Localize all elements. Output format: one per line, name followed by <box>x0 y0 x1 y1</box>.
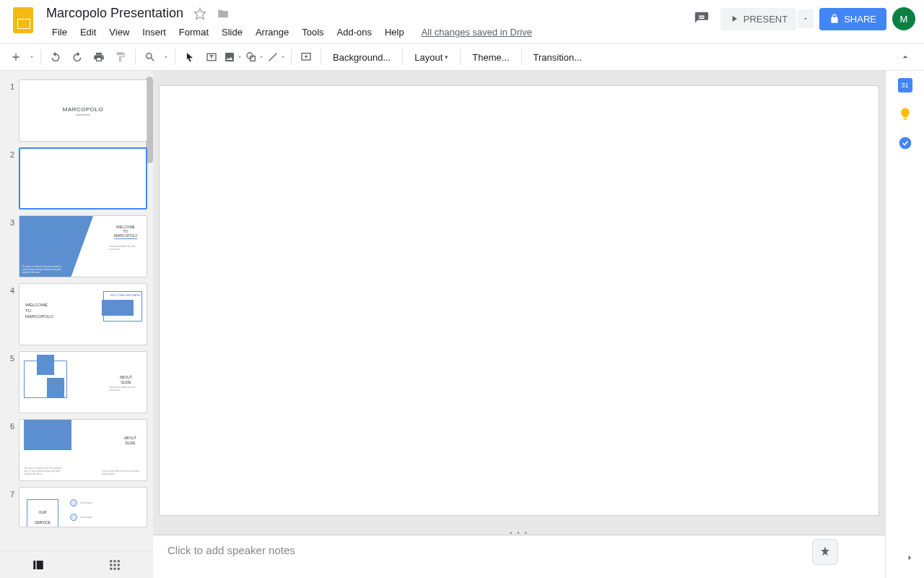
menu-addons[interactable]: Add-ons <box>331 24 378 40</box>
slide-number: 5 <box>3 351 19 413</box>
print-button[interactable] <box>89 47 109 67</box>
menu-tools[interactable]: Tools <box>296 24 329 40</box>
slide-thumb-5[interactable]: ABOUTSLIDE Lorem ipsum dolor sit amet co… <box>19 351 147 413</box>
menu-insert[interactable]: Insert <box>136 24 172 40</box>
redo-button[interactable] <box>67 47 87 67</box>
thumb-title: MARCOPOLO <box>63 106 104 116</box>
slide-number: 2 <box>3 147 19 210</box>
filmstrip: 1 MARCOPOLO 2 3 WELCOMETOMARCOPOLO Lorem… <box>0 71 153 578</box>
tasks-icon[interactable] <box>898 136 912 150</box>
slide-number: 3 <box>3 215 19 277</box>
theme-button[interactable]: Theme... <box>465 47 516 67</box>
paint-format-button[interactable] <box>110 47 131 67</box>
star-icon[interactable] <box>193 7 206 20</box>
share-label: SHARE <box>844 14 876 25</box>
svg-rect-8 <box>110 560 112 562</box>
slide-thumb-2[interactable] <box>19 147 147 210</box>
comments-button[interactable] <box>689 6 715 32</box>
svg-rect-12 <box>114 564 116 566</box>
slide-thumb-3[interactable]: WELCOMETOMARCOPOLO Lorem ipsum dolor sit… <box>19 215 147 277</box>
svg-rect-9 <box>114 560 116 562</box>
slide-thumb-1[interactable]: MARCOPOLO <box>19 79 147 142</box>
menu-arrange[interactable]: Arrange <box>250 24 295 40</box>
side-panel: 31 <box>885 71 924 578</box>
document-title[interactable]: Marcopolo Presentation <box>46 6 183 21</box>
calendar-icon[interactable]: 31 <box>898 78 912 92</box>
new-slide-button[interactable] <box>6 47 26 67</box>
layout-button[interactable]: Layout <box>407 47 456 67</box>
menu-file[interactable]: File <box>46 24 73 40</box>
image-tool[interactable] <box>223 47 243 67</box>
present-label: PRESENT <box>744 14 788 25</box>
slide-number: 6 <box>3 419 19 481</box>
side-panel-expand[interactable] <box>904 552 915 564</box>
svg-marker-0 <box>195 8 206 19</box>
menu-bar: File Edit View Insert Format Slide Arran… <box>46 24 689 40</box>
svg-rect-10 <box>118 560 120 562</box>
grid-view-icon[interactable] <box>108 558 121 571</box>
keep-icon[interactable] <box>898 107 912 121</box>
menu-view[interactable]: View <box>103 24 135 40</box>
svg-rect-7 <box>37 561 43 569</box>
hide-menus-button[interactable] <box>892 51 918 63</box>
folder-icon[interactable] <box>217 7 230 20</box>
explore-button[interactable] <box>812 539 838 565</box>
svg-rect-6 <box>33 561 35 569</box>
background-button[interactable]: Background... <box>326 47 398 67</box>
transition-button[interactable]: Transition... <box>526 47 589 67</box>
slide-thumb-4[interactable]: WELCOMETOMARCOPOLO WELCOME MESSAGE <box>19 283 147 345</box>
zoom-dropdown[interactable] <box>162 47 170 67</box>
svg-line-4 <box>269 53 277 61</box>
shape-tool[interactable] <box>245 47 265 67</box>
svg-rect-13 <box>118 564 120 566</box>
toolbar: Background... Layout Theme... Transition… <box>0 43 924 71</box>
new-slide-dropdown[interactable] <box>27 47 36 67</box>
textbox-tool[interactable] <box>201 47 222 67</box>
app-logo[interactable] <box>9 6 38 35</box>
save-status[interactable]: All changes saved in Drive <box>422 24 532 40</box>
select-tool[interactable] <box>180 47 200 67</box>
present-button[interactable]: PRESENT <box>720 8 796 30</box>
svg-rect-14 <box>110 567 112 569</box>
svg-rect-11 <box>110 564 112 566</box>
menu-help[interactable]: Help <box>379 24 410 40</box>
filmstrip-view-icon[interactable] <box>32 558 45 571</box>
speaker-notes[interactable]: Click to add speaker notes <box>153 535 885 578</box>
slide-thumb-7[interactable]: OURSERVICE Lorem ipsumLorem ipsum <box>19 487 147 527</box>
menu-slide[interactable]: Slide <box>216 24 248 40</box>
share-button[interactable]: SHARE <box>819 8 886 30</box>
present-dropdown[interactable] <box>798 9 814 28</box>
slide-canvas[interactable] <box>159 85 879 516</box>
slide-thumb-6[interactable]: ABOUTSLIDE The idea is to deliver in the… <box>19 419 147 481</box>
menu-edit[interactable]: Edit <box>74 24 102 40</box>
zoom-button[interactable] <box>140 47 160 67</box>
svg-rect-15 <box>114 567 116 569</box>
undo-button[interactable] <box>45 47 66 67</box>
user-avatar[interactable]: M <box>892 7 915 30</box>
menu-format[interactable]: Format <box>173 24 214 40</box>
slide-number: 1 <box>3 79 19 142</box>
line-tool[interactable] <box>266 47 287 67</box>
slide-number: 7 <box>3 487 19 527</box>
comment-tool[interactable] <box>296 47 316 67</box>
slide-number: 4 <box>3 283 19 345</box>
svg-point-17 <box>899 137 911 150</box>
svg-rect-16 <box>118 567 120 569</box>
